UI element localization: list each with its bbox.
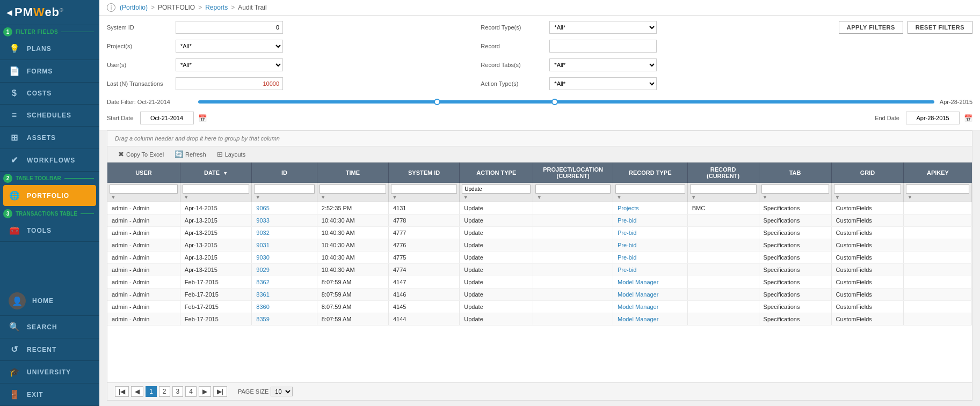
filter-action-type-input[interactable]: [462, 184, 531, 194]
record-type-select[interactable]: *All*: [549, 21, 657, 34]
table-body: admin - Admin Apr-14-2015 9065 2:52:35 P…: [107, 202, 972, 326]
cell-system-id: 4145: [388, 301, 459, 313]
cell-id[interactable]: 8362: [252, 276, 317, 289]
page-4-button[interactable]: 4: [185, 386, 197, 397]
start-calendar-icon[interactable]: 📅: [198, 114, 207, 122]
filter-date: ▼: [180, 183, 252, 202]
cell-id[interactable]: 9032: [252, 227, 317, 239]
filter-apikey-input[interactable]: [906, 184, 969, 194]
projects-select[interactable]: *All*: [176, 40, 283, 53]
cell-record: [687, 264, 759, 276]
cell-apikey: [904, 301, 972, 313]
cell-apikey: [904, 276, 972, 289]
cell-record: [687, 313, 759, 326]
copy-excel-button[interactable]: ✖ Copy To Excel: [115, 149, 167, 159]
sidebar-item-schedules[interactable]: ≡ SCHEDULES: [0, 105, 99, 127]
cell-system-id: 4131: [388, 202, 459, 215]
system-id-input[interactable]: [176, 21, 283, 34]
apply-filters-button[interactable]: APPLY FILTERS: [839, 21, 903, 34]
start-date-input[interactable]: [140, 112, 194, 124]
sidebar-item-workflows[interactable]: ✔ WORKFLOWS: [0, 149, 99, 172]
university-label: UNIVERSITY: [27, 368, 71, 376]
sidebar-item-recent[interactable]: ↺ RECENT: [0, 338, 99, 361]
first-page-button[interactable]: |◀: [115, 386, 129, 397]
cell-apikey: [904, 264, 972, 276]
page-2-button[interactable]: 2: [159, 386, 170, 397]
filter-record-input[interactable]: [690, 184, 757, 194]
breadcrumb-portfolio-link[interactable]: (Portfolio): [120, 4, 148, 11]
sidebar-item-portfolio[interactable]: 🌐 PORTFOLIO: [3, 185, 96, 206]
cell-tab: Specifications: [759, 276, 831, 289]
cell-record: BMC: [687, 202, 759, 215]
cell-id[interactable]: 9030: [252, 252, 317, 264]
record-input[interactable]: [549, 40, 657, 53]
prev-page-button[interactable]: ◀: [131, 386, 143, 397]
slider-thumb-1[interactable]: [434, 99, 440, 105]
filter-grid-input[interactable]: [834, 184, 902, 194]
logo: ◀ PMWeb®: [0, 0, 99, 25]
sidebar-item-home[interactable]: 👤 HOME: [0, 286, 99, 316]
cell-id[interactable]: 9029: [252, 264, 317, 276]
filter-date-input[interactable]: [183, 184, 250, 194]
filter-time-input[interactable]: [320, 184, 386, 194]
record-tabs-select[interactable]: *All*: [549, 58, 657, 71]
sidebar-item-costs[interactable]: $ COSTS: [0, 83, 99, 105]
cell-grid: CustomFields: [831, 276, 904, 289]
cell-id[interactable]: 9031: [252, 239, 317, 252]
back-arrow-icon[interactable]: ◀: [6, 8, 12, 17]
filter-project-input[interactable]: [535, 184, 611, 194]
sidebar-item-search[interactable]: 🔍 SEARCH: [0, 316, 99, 338]
cell-action: Update: [460, 215, 533, 227]
date-slider[interactable]: [198, 100, 934, 104]
last-n-row: Last (N) Transactions: [107, 77, 464, 90]
reset-filters-button[interactable]: RESET FILTERS: [908, 21, 972, 34]
cell-record-type: Model Manager: [613, 313, 687, 326]
sidebar-item-assets[interactable]: ⊞ ASSETS: [0, 127, 99, 149]
last-page-button[interactable]: ▶|: [213, 386, 227, 397]
cell-id[interactable]: 9033: [252, 215, 317, 227]
cell-id[interactable]: 8361: [252, 289, 317, 301]
filter-id-input[interactable]: [254, 184, 314, 194]
page-size-select[interactable]: 10 25 50: [271, 387, 293, 396]
page-1-button[interactable]: 1: [146, 386, 157, 397]
cell-apikey: [904, 202, 972, 215]
col-action-type: ACTION TYPE: [460, 163, 533, 183]
action-type-select[interactable]: *All*: [549, 77, 657, 90]
cell-tab: Specifications: [759, 252, 831, 264]
right-filters: Record Type(s) *All* Record Record Tabs(…: [464, 21, 838, 93]
layouts-button[interactable]: ⊞ Layouts: [214, 149, 249, 159]
slider-thumb-2[interactable]: [551, 99, 558, 105]
record-type-label: Record Type(s): [481, 24, 545, 31]
cell-action: Update: [460, 252, 533, 264]
users-select[interactable]: *All*: [176, 58, 283, 71]
cell-id[interactable]: 8360: [252, 301, 317, 313]
filter-project: ▼: [533, 183, 613, 202]
col-tab: TAB: [759, 163, 831, 183]
filter-record-type-input[interactable]: [615, 184, 685, 194]
page-3-button[interactable]: 3: [172, 386, 184, 397]
cell-time: 10:40:30 AM: [317, 227, 388, 239]
end-calendar-icon[interactable]: 📅: [964, 114, 972, 122]
action-type-row: Action Type(s) *All*: [481, 77, 838, 90]
sidebar-item-university[interactable]: 🎓 UNIVERSITY: [0, 361, 99, 383]
cell-user: admin - Admin: [107, 264, 180, 276]
filter-user-input[interactable]: [110, 184, 178, 194]
refresh-button[interactable]: 🔄 Refresh: [171, 149, 209, 159]
cell-id[interactable]: 8359: [252, 313, 317, 326]
sidebar-item-plans[interactable]: 💡 PLANS: [0, 38, 99, 60]
transactions-table-annotation: 3 TRANSACTIONS TABLE: [0, 207, 99, 219]
col-record-type: RECORD TYPE: [613, 163, 687, 183]
col-date[interactable]: DATE ▼: [180, 163, 252, 183]
filter-tab-input[interactable]: [761, 184, 829, 194]
cell-id[interactable]: 9065: [252, 202, 317, 215]
last-n-label: Last (N) Transactions: [107, 80, 171, 87]
sidebar-item-exit[interactable]: 🚪 EXIT: [0, 383, 99, 406]
filter-system-id-input[interactable]: [391, 184, 457, 194]
next-page-button[interactable]: ▶: [199, 386, 211, 397]
sidebar-item-tools[interactable]: 🧰 TOOLS: [0, 219, 99, 242]
cell-tab: Specifications: [759, 215, 831, 227]
sidebar-item-forms[interactable]: 📄 FORMS: [0, 60, 99, 83]
cell-record-type: Pre-bid: [613, 252, 687, 264]
last-n-input[interactable]: [176, 77, 283, 90]
end-date-input[interactable]: [906, 112, 960, 124]
